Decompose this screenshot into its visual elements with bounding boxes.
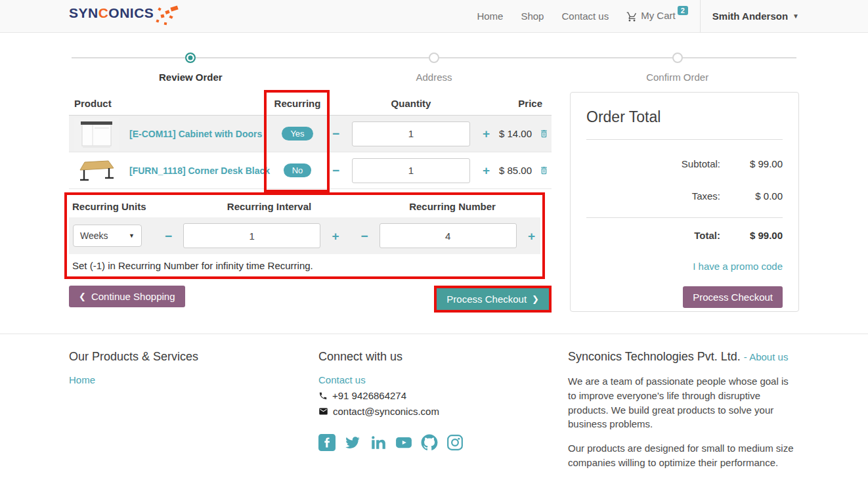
recurring-controls: Weeks ▼ − + − + [69, 217, 540, 254]
continue-shopping-label: Continue Shopping [91, 291, 175, 302]
footer-email-link[interactable]: contact@synconics.com [318, 406, 568, 417]
promo-code-link[interactable]: I have a promo code [586, 261, 783, 272]
quantity-input[interactable] [352, 121, 470, 146]
number-decrease-button[interactable]: − [360, 230, 370, 242]
instagram-icon[interactable] [446, 434, 464, 451]
step-address[interactable]: Address [313, 53, 556, 83]
header-product: Product [69, 98, 266, 109]
footer-products-title: Our Products & Services [69, 350, 318, 364]
nav-item-contact-us[interactable]: Contact us [561, 11, 609, 22]
quantity-decrease-button[interactable]: − [331, 127, 341, 140]
cart-table-header: Product Recurring Quantity Price [69, 92, 552, 116]
footer-phone-text: +91 9426864274 [332, 390, 406, 401]
twitter-icon[interactable] [344, 434, 361, 451]
step-dot [429, 53, 439, 63]
footer-phone-link[interactable]: +91 9426864274 [318, 390, 568, 401]
quantity-increase-button[interactable]: + [481, 164, 491, 177]
synconics-logo[interactable]: SYNCONICS [69, 5, 181, 28]
divider [586, 139, 783, 140]
step-review-order[interactable]: Review Order [69, 53, 313, 83]
table-row: [FURN_1118] Corner Desk Black No − + $ 8… [69, 152, 552, 189]
logo-spray-icon [155, 5, 181, 28]
step-label: Review Order [159, 72, 223, 83]
recurring-note: Set (-1) in Recurring Number for infinit… [69, 254, 540, 276]
line-price: $ 14.00 [499, 128, 532, 139]
total-label: Total: [694, 230, 720, 241]
interval-decrease-button[interactable]: − [163, 230, 173, 242]
recurring-number-input[interactable] [380, 223, 517, 248]
step-dot [672, 53, 683, 63]
user-menu[interactable]: Smith Anderson ▼ [712, 11, 799, 22]
nav-item-shop[interactable]: Shop [521, 11, 544, 22]
trash-icon [539, 165, 549, 175]
footer-home-link[interactable]: Home [69, 374, 95, 385]
cart-section: Product Recurring Quantity Price [E [69, 92, 552, 313]
line-price: $ 85.00 [499, 165, 532, 176]
continue-shopping-button[interactable]: ❮ Continue Shopping [69, 286, 185, 307]
quantity-decrease-button[interactable]: − [331, 164, 341, 177]
recurring-badge-yes[interactable]: Yes [282, 127, 313, 141]
facebook-icon[interactable] [318, 434, 336, 451]
linkedin-icon[interactable] [370, 434, 387, 451]
quantity-input[interactable] [352, 158, 470, 183]
footer-about-column: Synconics Technologies Pvt. Ltd. - About… [568, 350, 798, 480]
order-total-title: Order Total [586, 108, 783, 126]
my-cart-link[interactable]: My Cart 2 [626, 10, 688, 22]
process-checkout-button[interactable]: Process Checkout ❯ [437, 288, 549, 310]
taxes-value: $ 0.00 [720, 190, 783, 202]
product-link[interactable]: [E-COM11] Cabinet with Doors [129, 129, 262, 139]
order-total-card: Order Total Subtotal: $ 99.00 Taxes: $ 0… [570, 92, 799, 312]
process-checkout-label: Process Checkout [446, 293, 527, 305]
phone-icon [318, 391, 328, 401]
step-label: Address [416, 72, 452, 83]
recurring-units-header: Recurring Units [69, 201, 174, 212]
top-navbar: SYNCONICS Home Shop Contact us My Cart 2… [0, 0, 868, 33]
step-dot-active [185, 53, 196, 63]
about-us-link[interactable]: - About us [744, 351, 789, 362]
cart-icon [626, 11, 638, 22]
github-icon[interactable] [421, 434, 438, 451]
header-quantity: Quantity [329, 98, 493, 109]
highlight-box-recurring-section: Recurring Units Recurring Interval Recur… [64, 192, 545, 279]
delete-line-button[interactable] [539, 129, 549, 139]
delete-line-button[interactable] [539, 165, 549, 175]
header-price: Price [493, 98, 552, 109]
footer-contact-link[interactable]: Contact us [318, 374, 366, 385]
envelope-icon [318, 406, 328, 416]
step-confirm-order[interactable]: Confirm Order [555, 53, 799, 83]
nav-item-home[interactable]: Home [477, 11, 503, 22]
subtotal-value: $ 99.00 [720, 158, 783, 169]
header-recurring: Recurring [266, 98, 329, 109]
nav-divider [700, 0, 701, 33]
cart-label: My Cart [641, 10, 676, 21]
youtube-icon[interactable] [395, 434, 412, 451]
footer-products-column: Our Products & Services Home [69, 350, 318, 480]
trash-icon [539, 129, 549, 139]
footer-connect-title: Connect with us [318, 350, 568, 364]
product-image-desk[interactable] [74, 154, 119, 187]
nav-menu: Home Shop Contact us My Cart 2 Smith And… [459, 0, 799, 33]
cart-actions: ❮ Continue Shopping Process Checkout ❯ [69, 286, 552, 313]
number-increase-button[interactable]: + [527, 230, 536, 242]
product-link[interactable]: [FURN_1118] Corner Desk Black [129, 165, 270, 176]
sidebar-process-checkout-button[interactable]: Process Checkout [683, 286, 783, 308]
about-paragraph: We are a team of passionate people whose… [568, 374, 798, 431]
user-name: Smith Anderson [712, 11, 788, 22]
interval-increase-button[interactable]: + [330, 230, 340, 242]
recurring-units-select[interactable]: Weeks ▼ [73, 225, 142, 247]
subtotal-row: Subtotal: $ 99.00 [586, 148, 783, 180]
footer-about-title: Synconics Technologies Pvt. Ltd. - About… [568, 350, 798, 364]
taxes-row: Taxes: $ 0.00 [586, 180, 783, 212]
quantity-increase-button[interactable]: + [481, 127, 491, 140]
divider [586, 217, 783, 218]
subtotal-label: Subtotal: [682, 158, 720, 169]
chevron-right-icon: ❯ [532, 294, 539, 304]
select-caret-icon: ▼ [129, 232, 135, 239]
logo-text: SYNCONICS [69, 5, 154, 21]
cart-count-badge: 2 [678, 6, 688, 15]
recurring-interval-header: Recurring Interval [174, 201, 364, 212]
recurring-interval-input[interactable] [183, 223, 320, 248]
product-image-cabinet[interactable] [74, 118, 119, 150]
recurring-badge-no[interactable]: No [284, 163, 312, 177]
footer: Our Products & Services Home Connect wit… [0, 334, 868, 499]
